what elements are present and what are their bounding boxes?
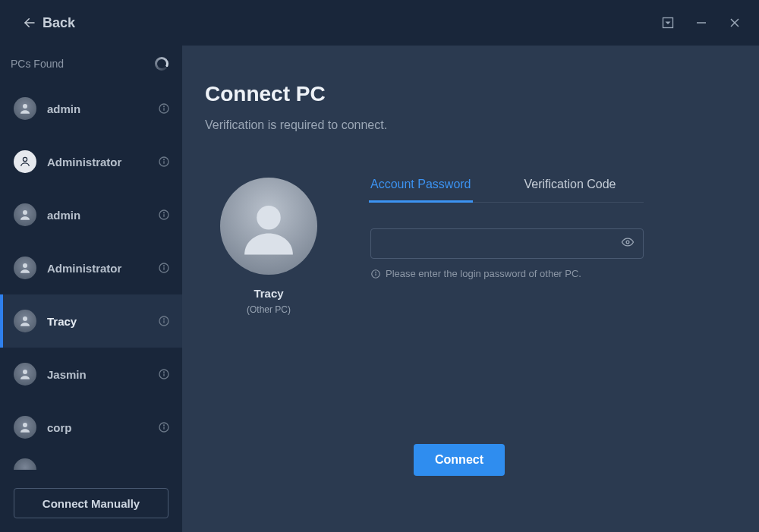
- password-input-wrap: [370, 228, 644, 259]
- pc-item-label: admin: [47, 102, 147, 115]
- pc-item-administrator-3[interactable]: Administrator: [0, 241, 182, 294]
- info-icon: [370, 269, 381, 279]
- pc-item-label: corp: [47, 421, 147, 434]
- password-input[interactable]: [370, 228, 644, 259]
- svg-point-12: [164, 159, 165, 160]
- pc-item-label: Administrator: [47, 262, 147, 275]
- info-icon[interactable]: [158, 368, 170, 380]
- pc-item-label: Administrator: [47, 156, 147, 168]
- window-controls: [659, 14, 744, 32]
- password-hint: Please enter the login password of other…: [370, 268, 644, 279]
- tab-verification-code[interactable]: Verification Code: [524, 178, 616, 202]
- svg-point-9: [23, 157, 27, 161]
- svg-point-33: [257, 206, 281, 230]
- info-icon[interactable]: [158, 102, 170, 115]
- svg-point-28: [164, 372, 165, 373]
- svg-point-29: [23, 423, 27, 427]
- pc-item-admin-0[interactable]: admin: [0, 82, 182, 135]
- svg-point-37: [376, 272, 376, 272]
- close-button[interactable]: [726, 14, 744, 32]
- pc-list: admin Administrator admin: [0, 82, 182, 474]
- user-avatar-icon: [14, 363, 36, 386]
- info-icon[interactable]: [158, 262, 170, 274]
- pc-item-admin-2[interactable]: admin: [0, 188, 182, 241]
- svg-point-24: [164, 319, 165, 320]
- user-avatar-icon: [14, 97, 36, 120]
- pc-item-label: Tracy: [47, 315, 147, 328]
- dropdown-button[interactable]: [659, 14, 677, 32]
- info-icon[interactable]: [158, 209, 170, 221]
- svg-point-13: [23, 210, 27, 215]
- svg-point-5: [23, 104, 27, 109]
- svg-point-17: [23, 263, 27, 268]
- sidebar: PCs Found admin Administrator: [0, 46, 182, 532]
- tab-label: Account Password: [370, 178, 471, 190]
- connect-button-label: Connect: [435, 453, 483, 466]
- content-panel: Connect PC Verification is required to c…: [182, 46, 759, 532]
- user-avatar-icon: [14, 310, 36, 332]
- svg-point-32: [164, 425, 165, 426]
- titlebar: Back: [0, 0, 759, 46]
- user-avatar-icon: [14, 150, 36, 173]
- user-avatar-icon: [14, 257, 36, 279]
- user-avatar-icon: [14, 203, 36, 226]
- sidebar-title: PCs Found: [11, 58, 64, 70]
- connect-button[interactable]: Connect: [414, 444, 505, 476]
- connect-manually-button[interactable]: Connect Manually: [14, 488, 168, 518]
- pc-item-corp[interactable]: corp: [0, 401, 182, 454]
- profile-column: Tracy (Other PC): [220, 178, 317, 315]
- pc-item-label: admin: [47, 209, 147, 222]
- pc-item-tracy[interactable]: Tracy: [0, 294, 182, 348]
- info-icon[interactable]: [158, 315, 170, 327]
- pc-item-label: Jasmin: [47, 368, 147, 381]
- svg-point-34: [626, 241, 629, 244]
- svg-point-8: [164, 106, 165, 107]
- profile-name: Tracy: [254, 287, 283, 300]
- back-label: Back: [43, 15, 75, 31]
- svg-point-20: [164, 266, 165, 266]
- user-avatar-icon: [14, 416, 36, 439]
- minimize-button[interactable]: [692, 14, 710, 32]
- sidebar-header: PCs Found: [0, 46, 182, 82]
- pc-item-partial[interactable]: [14, 458, 36, 470]
- eye-icon[interactable]: [621, 235, 635, 252]
- tabs: Account Password Verification Code: [370, 178, 644, 203]
- form-column: Account Password Verification Code Pleas…: [370, 178, 644, 315]
- svg-point-21: [23, 316, 27, 321]
- hint-text: Please enter the login password of other…: [386, 268, 581, 279]
- tab-account-password[interactable]: Account Password: [370, 178, 471, 202]
- profile-avatar-icon: [220, 178, 317, 275]
- info-icon[interactable]: [158, 421, 170, 433]
- svg-point-16: [164, 212, 165, 213]
- back-button[interactable]: Back: [23, 15, 75, 31]
- arrow-left-icon: [23, 16, 36, 30]
- info-icon[interactable]: [158, 156, 170, 168]
- profile-subtitle: (Other PC): [247, 304, 291, 315]
- pc-item-administrator-1[interactable]: Administrator: [0, 135, 182, 188]
- tab-label: Verification Code: [524, 178, 616, 190]
- svg-point-25: [23, 370, 27, 374]
- pc-item-jasmin[interactable]: Jasmin: [0, 348, 182, 401]
- connect-manually-label: Connect Manually: [43, 497, 140, 510]
- loading-spinner-icon: [155, 57, 168, 71]
- page-subtitle: Verification is required to connect.: [205, 118, 713, 132]
- page-title: Connect PC: [205, 82, 713, 106]
